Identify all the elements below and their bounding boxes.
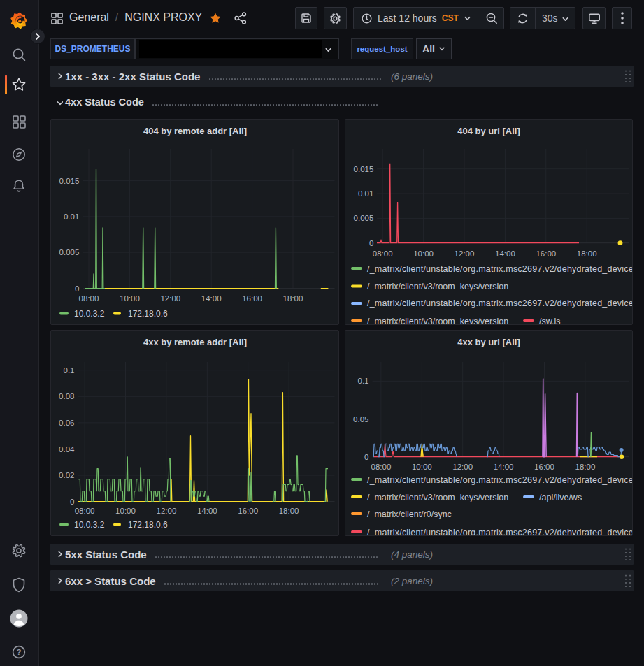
svg-text:0.02: 0.02 (59, 471, 74, 479)
svg-text:0.01: 0.01 (358, 189, 373, 198)
svg-text:0: 0 (70, 498, 74, 506)
svg-text:08:00: 08:00 (79, 294, 99, 303)
svg-text:10.0.3.2: 10.0.3.2 (74, 309, 105, 319)
svg-text:4xx by uri [All]: 4xx by uri [All] (457, 337, 520, 347)
svg-text:08:00: 08:00 (371, 463, 392, 471)
svg-text:/sw.js: /sw.js (539, 317, 561, 325)
svg-text:172.18.0.6: 172.18.0.6 (128, 309, 168, 319)
svg-text:18:00: 18:00 (279, 507, 299, 515)
svg-text:404 by remote addr [All]: 404 by remote addr [All] (143, 126, 247, 136)
svg-text:14:00: 14:00 (494, 463, 514, 471)
svg-text:/_matrix/client/unstable/org.m: /_matrix/client/unstable/org.matrix.msc2… (367, 528, 632, 536)
svg-text:/_matrix/client/unstable/org.m: /_matrix/client/unstable/org.matrix.msc2… (367, 264, 632, 274)
svg-text:/_matrix/client/v3/room_keys/v: /_matrix/client/v3/room_keys/version (367, 282, 508, 291)
svg-text:/_matrix/client/r0/sync: /_matrix/client/r0/sync (367, 509, 452, 519)
svg-text:18:00: 18:00 (283, 294, 303, 303)
svg-text:0.1: 0.1 (64, 366, 75, 375)
svg-text:0.06: 0.06 (59, 419, 74, 427)
svg-text:?: ? (16, 648, 21, 656)
svg-text:14:00: 14:00 (197, 507, 217, 515)
svg-text:0: 0 (75, 284, 79, 293)
svg-text:14:00: 14:00 (201, 294, 222, 303)
svg-text:18:00: 18:00 (575, 463, 596, 471)
svg-text:10:00: 10:00 (412, 463, 432, 471)
svg-text:18:00: 18:00 (577, 249, 597, 258)
svg-text:12:00: 12:00 (452, 463, 473, 471)
svg-text:08:00: 08:00 (373, 249, 393, 258)
svg-text:0.005: 0.005 (59, 248, 80, 256)
svg-text:404 by uri [All]: 404 by uri [All] (457, 126, 520, 136)
svg-text:0.015: 0.015 (59, 177, 80, 185)
svg-text:16:00: 16:00 (238, 507, 258, 515)
svg-text:16:00: 16:00 (534, 463, 554, 471)
svg-text:0: 0 (369, 239, 373, 247)
svg-text:10:00: 10:00 (120, 294, 140, 303)
svg-text:/api/live/ws: /api/live/ws (539, 493, 582, 502)
svg-text:16:00: 16:00 (242, 294, 262, 303)
svg-text:/_matrix/client/unstable/org.m: /_matrix/client/unstable/org.matrix.msc2… (367, 298, 632, 308)
svg-text:0.08: 0.08 (59, 392, 74, 400)
svg-text:0.04: 0.04 (59, 445, 75, 454)
svg-text:12:00: 12:00 (157, 507, 177, 515)
svg-text:12:00: 12:00 (160, 294, 180, 303)
svg-text:10:00: 10:00 (413, 249, 434, 258)
svg-text:0.05: 0.05 (353, 415, 368, 424)
svg-text:16:00: 16:00 (536, 249, 556, 258)
svg-text:172.18.0.6: 172.18.0.6 (128, 520, 168, 530)
svg-text:12:00: 12:00 (455, 249, 475, 258)
svg-text:0: 0 (364, 453, 368, 461)
svg-text:0.01: 0.01 (64, 212, 79, 221)
svg-text:/_matrix/client/v3/room_keys/v: /_matrix/client/v3/room_keys/version (367, 317, 508, 325)
svg-text:0.1: 0.1 (358, 377, 369, 385)
svg-text:08:00: 08:00 (75, 507, 95, 515)
svg-text:10:00: 10:00 (115, 507, 136, 515)
svg-text:/_matrix/client/unstable/org.m: /_matrix/client/unstable/org.matrix.msc2… (367, 475, 632, 485)
svg-text:4xx by remote addr [All]: 4xx by remote addr [All] (143, 337, 247, 347)
svg-text:/_matrix/client/v3/room_keys/v: /_matrix/client/v3/room_keys/version (367, 493, 508, 502)
svg-text:10.0.3.2: 10.0.3.2 (74, 520, 105, 530)
svg-text:0.015: 0.015 (354, 165, 374, 173)
svg-text:0.005: 0.005 (354, 214, 374, 222)
svg-text:14:00: 14:00 (495, 249, 515, 258)
